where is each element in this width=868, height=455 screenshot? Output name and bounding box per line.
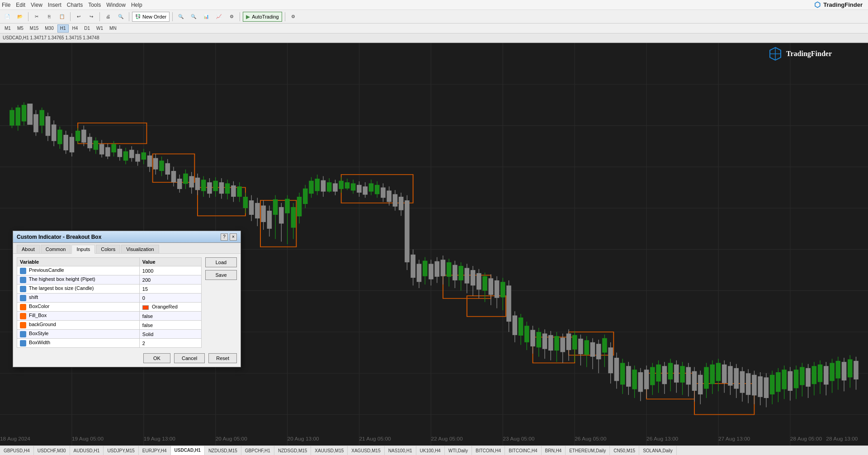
- tab-inputs[interactable]: Inputs: [71, 245, 95, 254]
- close-button[interactable]: ×: [230, 233, 237, 241]
- table-row[interactable]: shift 0: [17, 294, 202, 303]
- tf-m5[interactable]: M5: [14, 24, 26, 33]
- load-button[interactable]: Load: [205, 257, 237, 267]
- tradingfinder-logo: TradingFinder: [768, 47, 832, 61]
- indicator-dialog[interactable]: Custom Indicator - Breakout Box ? × Abou…: [13, 231, 241, 367]
- new-order-icon: 💱: [135, 14, 141, 19]
- cancel-button[interactable]: Cancel: [174, 353, 205, 363]
- new-order-button[interactable]: 💱 New Order: [132, 12, 170, 22]
- zoom-out-btn[interactable]: 🔍: [175, 12, 186, 22]
- tab-colors[interactable]: Colors: [96, 245, 120, 253]
- table-row-selected[interactable]: Fill_Box false: [17, 312, 202, 321]
- zoom-in-btn[interactable]: 🔍: [188, 12, 199, 22]
- tab-gbpusd-h4[interactable]: GBPUSD,H4: [0, 446, 34, 455]
- val-cell: 200: [139, 275, 201, 284]
- svg-rect-175: [434, 261, 439, 277]
- tab-eurjpy-h4[interactable]: EURJPY,H4: [139, 446, 171, 455]
- sep5: [172, 12, 173, 21]
- ok-button[interactable]: OK: [143, 353, 170, 363]
- dialog-content: Variable Value PreviousCandle: [13, 254, 241, 351]
- tf-m30[interactable]: M30: [42, 24, 56, 33]
- svg-rect-79: [147, 156, 152, 167]
- tab-nzdsgd-m15[interactable]: NZDSGD,M15: [274, 446, 311, 455]
- table-row[interactable]: BoxWidth 2: [17, 339, 202, 348]
- tab-usdjpy-m15[interactable]: USDJPY,M15: [104, 446, 138, 455]
- indicators-btn[interactable]: ⚙: [226, 12, 237, 22]
- settings-btn[interactable]: ⚙: [288, 12, 299, 22]
- menu-insert[interactable]: Insert: [48, 2, 61, 8]
- table-row[interactable]: PreviousCandle 1000: [17, 266, 202, 275]
- svg-rect-81: [153, 158, 158, 169]
- tab-wti-daily[interactable]: WTI,Daily: [445, 446, 472, 455]
- svg-rect-65: [105, 147, 110, 156]
- help-button[interactable]: ?: [221, 233, 228, 241]
- tf-mn[interactable]: MN: [107, 24, 119, 33]
- menu-charts[interactable]: Charts: [67, 2, 83, 8]
- tf-d1[interactable]: D1: [81, 24, 93, 33]
- var-cell: The highest box height (Pipet): [17, 275, 140, 284]
- tab-nzdusd-m15[interactable]: NZDUSD,M15: [205, 446, 241, 455]
- tab-cn50-m15[interactable]: CN50,M15: [610, 446, 639, 455]
- tab-common[interactable]: Common: [41, 245, 71, 253]
- menu-window[interactable]: Window: [106, 2, 126, 8]
- copy-btn[interactable]: ⎘: [44, 12, 55, 22]
- print-prev-btn[interactable]: 🔍: [115, 12, 126, 22]
- tab-gbpchf-h1[interactable]: GBPCHF,H1: [241, 446, 274, 455]
- tab-brn-h4[interactable]: BRN,H4: [542, 446, 566, 455]
- tf-h4[interactable]: H4: [70, 24, 81, 33]
- tab-ethereum-daily[interactable]: ETHEREUM,Daily: [566, 446, 610, 455]
- table-row[interactable]: The highest box height (Pipet) 200: [17, 275, 202, 284]
- new-btn[interactable]: 📄: [2, 12, 13, 22]
- autotrading-button[interactable]: ▶ AutoTrading: [243, 12, 282, 22]
- tab-xagusd-m15[interactable]: XAGUSD,M15: [348, 446, 384, 455]
- tab-audusd-h1[interactable]: AUDUSD,H1: [70, 446, 104, 455]
- tf-m15[interactable]: M15: [27, 24, 41, 33]
- dialog-tabs: About Common Inputs Colors Visualization: [13, 243, 241, 254]
- tab-bitcoinc-h4[interactable]: BITCOINC,H4: [505, 446, 541, 455]
- tab-about[interactable]: About: [17, 245, 40, 253]
- chart-btn2[interactable]: 📈: [213, 12, 224, 22]
- svg-rect-223: [578, 339, 583, 354]
- chart-btn1[interactable]: 📊: [201, 12, 212, 22]
- undo-btn[interactable]: ↩: [73, 12, 84, 22]
- cut-btn[interactable]: ✂: [31, 12, 42, 22]
- menu-tools[interactable]: Tools: [88, 2, 101, 8]
- tab-uk100-h4[interactable]: UK100,H4: [416, 446, 445, 455]
- reset-button[interactable]: Reset: [208, 353, 237, 363]
- svg-rect-141: [333, 183, 338, 191]
- tab-visualization[interactable]: Visualization: [121, 245, 159, 253]
- tab-usdcad-h1[interactable]: USDCAD,H1: [171, 446, 205, 455]
- logo-text: TradingFinder: [823, 1, 863, 8]
- redo-btn[interactable]: ↪: [86, 12, 97, 22]
- paste-btn[interactable]: 📋: [57, 12, 67, 22]
- tf-w1[interactable]: W1: [94, 24, 106, 33]
- params-area: Variable Value PreviousCandle: [17, 257, 202, 348]
- tf-h1[interactable]: H1: [57, 24, 69, 33]
- svg-rect-73: [129, 150, 134, 158]
- table-row[interactable]: BoxColor OrangeRed: [17, 303, 202, 312]
- svg-rect-221: [572, 335, 577, 350]
- svg-rect-57: [81, 130, 86, 143]
- tab-nas100-h1[interactable]: NAS100,H1: [385, 446, 416, 455]
- tab-usdchf-m30[interactable]: USDCHF,M30: [34, 446, 70, 455]
- table-row[interactable]: backGround false: [17, 321, 202, 330]
- save-button[interactable]: Save: [205, 270, 237, 280]
- menu-file[interactable]: File: [2, 2, 10, 8]
- svg-rect-133: [309, 181, 314, 194]
- tf-m1[interactable]: M1: [2, 24, 14, 33]
- table-row[interactable]: The largest box size (Candle) 15: [17, 284, 202, 294]
- val-cell: 15: [139, 284, 201, 294]
- menu-edit[interactable]: Edit: [16, 2, 25, 8]
- tab-solana-daily[interactable]: SOLANA,Daily: [639, 446, 677, 455]
- open-btn[interactable]: 📂: [14, 12, 25, 22]
- svg-rect-303: [818, 365, 823, 382]
- tab-xauusd-m15[interactable]: XAUUSD,M15: [311, 446, 348, 455]
- menu-help[interactable]: Help: [131, 2, 142, 8]
- svg-rect-121: [273, 199, 278, 215]
- menu-view[interactable]: View: [31, 2, 42, 8]
- tab-bitcoin-h4[interactable]: BITCOIN,H4: [472, 446, 505, 455]
- sep2: [70, 12, 71, 21]
- print-btn[interactable]: 🖨: [103, 12, 113, 22]
- svg-rect-281: [752, 375, 757, 396]
- table-row[interactable]: BoxStyle Solid: [17, 330, 202, 339]
